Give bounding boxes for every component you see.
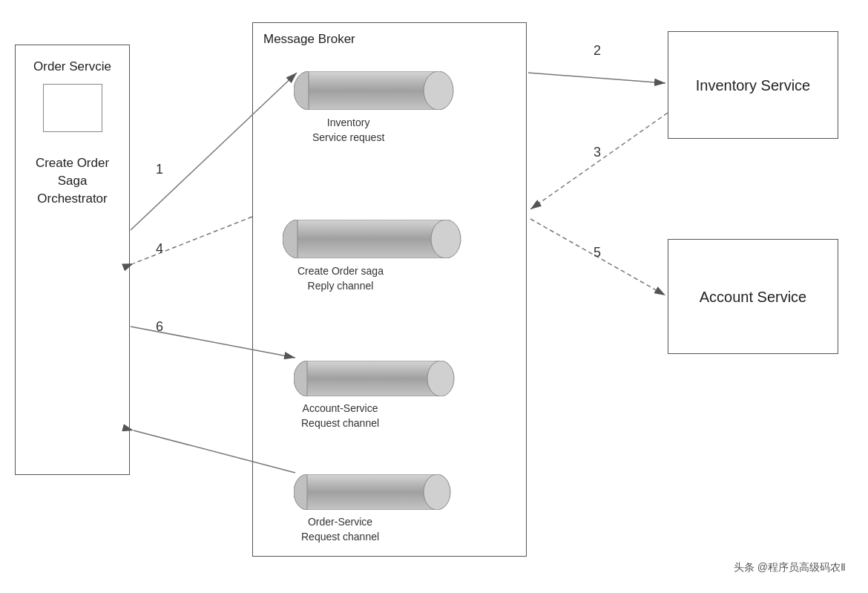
label-4: 4 <box>156 241 163 257</box>
cyl4-label: Order-ServiceRequest channel <box>301 515 379 544</box>
arrow-4 <box>134 217 252 263</box>
order-service-inner-box <box>43 84 102 132</box>
svg-rect-1 <box>309 71 438 110</box>
label-3: 3 <box>594 145 601 160</box>
account-service-box: Account Service <box>668 239 838 354</box>
arrow-3 <box>530 113 668 209</box>
svg-point-11 <box>424 474 450 510</box>
message-broker-box: Message Broker InventoryService request <box>252 22 527 557</box>
svg-rect-4 <box>297 220 446 258</box>
cylinder-1 <box>294 71 464 113</box>
account-service-title: Account Service <box>700 286 807 307</box>
svg-point-2 <box>424 71 453 110</box>
arrow-2 <box>528 73 665 83</box>
svg-rect-7 <box>307 361 441 396</box>
cylinder-2 <box>283 220 472 261</box>
label-2: 2 <box>594 43 601 59</box>
svg-point-5 <box>431 220 461 258</box>
label-5: 5 <box>594 245 601 261</box>
order-service-title: Order Servcie <box>33 59 111 75</box>
svg-rect-10 <box>307 474 437 510</box>
message-broker-title: Message Broker <box>263 32 526 47</box>
cyl1-label: InventoryService request <box>312 116 384 145</box>
inventory-service-title: Inventory Service <box>696 75 811 96</box>
label-1: 1 <box>156 162 163 177</box>
order-service-box: Order Servcie Create OrderSagaOrchestrat… <box>15 45 130 475</box>
cyl3-label: Account-ServiceRequest channel <box>301 402 379 430</box>
svg-point-8 <box>427 361 454 396</box>
cyl2-label: Create Order sagaReply channel <box>297 264 384 293</box>
order-service-subtitle: Create OrderSagaOrchestrator <box>36 154 109 207</box>
label-6: 6 <box>156 319 163 335</box>
inventory-service-box: Inventory Service <box>668 31 838 139</box>
cylinder-3 <box>294 361 461 399</box>
cylinder-4 <box>294 474 457 513</box>
diagram-container: Order Servcie Create OrderSagaOrchestrat… <box>0 0 868 593</box>
watermark: 头条 @程序员高级码农Ⅱ <box>734 561 846 574</box>
